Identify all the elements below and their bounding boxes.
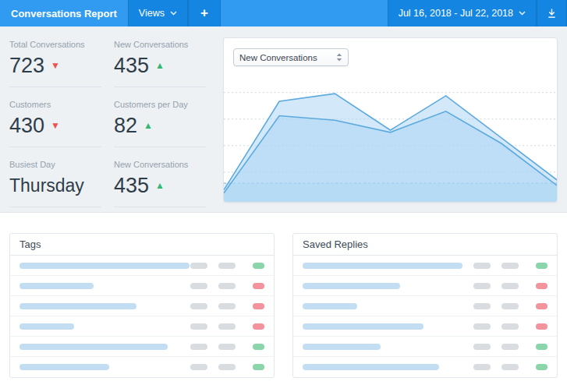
add-view-button[interactable]: + bbox=[188, 0, 221, 26]
trend-down-icon: ▼ bbox=[51, 121, 60, 130]
skeleton-count-pill bbox=[473, 364, 491, 370]
skeleton-count-pill bbox=[190, 344, 207, 350]
status-pill bbox=[253, 263, 264, 269]
stat-label: Busiest Day bbox=[9, 160, 101, 169]
trend-up-icon: ▲ bbox=[155, 61, 165, 70]
select-arrows-icon bbox=[336, 53, 342, 62]
skeleton-text-bar bbox=[19, 344, 168, 350]
report-overview: Total Conversations723▼New Conversations… bbox=[0, 26, 567, 212]
skeleton-count-pill bbox=[218, 344, 236, 350]
stat-card: New Conversations435▲ bbox=[114, 37, 206, 87]
list-item[interactable] bbox=[10, 337, 274, 357]
page-title: Conversations Report bbox=[0, 0, 128, 26]
saved-replies-panel: Saved Replies bbox=[292, 233, 558, 378]
metric-select[interactable]: New Conversations bbox=[233, 48, 349, 66]
stat-card: New Conversations435▲ bbox=[114, 147, 206, 207]
stat-value: Thursday bbox=[9, 174, 101, 197]
stat-value: 723▼ bbox=[9, 54, 101, 77]
top-bar-right: Jul 16, 2018 - Jul 22, 2018 bbox=[388, 0, 567, 26]
status-pill bbox=[253, 303, 264, 309]
skeleton-count-pill bbox=[473, 303, 491, 309]
skeleton-text-bar bbox=[19, 303, 136, 309]
list-item[interactable] bbox=[293, 256, 557, 276]
skeleton-count-pill bbox=[473, 344, 491, 350]
skeleton-count-pill bbox=[218, 283, 236, 289]
status-pill bbox=[536, 303, 548, 309]
stat-label: Customers bbox=[9, 100, 101, 109]
skeleton-text-bar bbox=[303, 303, 357, 309]
stat-value: 430▼ bbox=[9, 114, 101, 137]
skeleton-count-pill bbox=[473, 283, 491, 289]
skeleton-text-bar bbox=[19, 283, 94, 289]
list-item[interactable] bbox=[293, 276, 557, 296]
chevron-down-icon bbox=[519, 11, 526, 16]
plus-icon: + bbox=[200, 5, 208, 21]
tags-panel-title: Tags bbox=[10, 234, 274, 256]
skeleton-count-pill bbox=[218, 364, 236, 370]
download-button[interactable] bbox=[537, 0, 567, 26]
list-item[interactable] bbox=[293, 296, 557, 316]
saved-replies-list bbox=[293, 256, 557, 377]
stat-label: New Conversations bbox=[114, 160, 206, 169]
stat-card: Customers per Day82▲ bbox=[114, 87, 206, 147]
list-item[interactable] bbox=[293, 337, 557, 357]
skeleton-count-pill bbox=[501, 263, 519, 269]
stat-card: Customers430▼ bbox=[9, 87, 101, 147]
list-item[interactable] bbox=[293, 316, 557, 337]
status-pill bbox=[536, 344, 548, 350]
top-bar-left: Conversations Report Views + bbox=[0, 0, 221, 26]
tags-panel: Tags bbox=[9, 233, 275, 378]
skeleton-count-pill bbox=[501, 303, 519, 309]
list-item[interactable] bbox=[10, 256, 274, 276]
skeleton-count-pill bbox=[473, 323, 491, 330]
list-item[interactable] bbox=[293, 357, 557, 377]
skeleton-count-pill bbox=[501, 344, 519, 350]
skeleton-count-pill bbox=[190, 303, 207, 309]
status-pill bbox=[253, 344, 264, 350]
download-icon bbox=[547, 8, 557, 19]
status-pill bbox=[253, 283, 264, 289]
stats-grid: Total Conversations723▼New Conversations… bbox=[9, 37, 206, 203]
date-range-button[interactable]: Jul 16, 2018 - Jul 22, 2018 bbox=[388, 0, 537, 26]
skeleton-text-bar bbox=[19, 323, 74, 330]
skeleton-count-pill bbox=[190, 283, 207, 289]
skeleton-text-bar bbox=[303, 344, 381, 350]
stat-value: 435▲ bbox=[114, 174, 206, 197]
skeleton-count-pill bbox=[190, 263, 207, 269]
top-bar: Conversations Report Views + Jul 16, 201… bbox=[0, 0, 567, 26]
skeleton-text-bar bbox=[303, 364, 439, 370]
skeleton-text-bar bbox=[19, 364, 109, 370]
skeleton-text-bar bbox=[303, 323, 423, 330]
status-pill bbox=[536, 283, 548, 289]
skeleton-text-bar bbox=[303, 263, 462, 269]
list-item[interactable] bbox=[10, 296, 274, 316]
status-pill bbox=[536, 364, 548, 370]
views-label: Views bbox=[139, 8, 165, 19]
trend-up-icon: ▲ bbox=[144, 121, 153, 130]
stat-label: New Conversations bbox=[114, 40, 206, 49]
skeleton-count-pill bbox=[501, 323, 519, 330]
skeleton-count-pill bbox=[501, 364, 519, 370]
skeleton-count-pill bbox=[218, 263, 236, 269]
list-item[interactable] bbox=[10, 357, 274, 377]
list-item[interactable] bbox=[10, 316, 274, 337]
date-range-label: Jul 16, 2018 - Jul 22, 2018 bbox=[399, 8, 513, 19]
trend-down-icon: ▼ bbox=[51, 61, 60, 70]
skeleton-count-pill bbox=[501, 283, 519, 289]
views-dropdown-button[interactable]: Views bbox=[128, 0, 188, 26]
bottom-panels: Tags Saved Replies bbox=[0, 212, 567, 392]
metric-select-value: New Conversations bbox=[239, 53, 317, 62]
list-item[interactable] bbox=[10, 276, 274, 296]
stat-card: Total Conversations723▼ bbox=[9, 37, 101, 87]
status-pill bbox=[536, 263, 548, 269]
skeleton-text-bar bbox=[19, 263, 190, 269]
status-pill bbox=[253, 364, 264, 370]
status-pill bbox=[536, 323, 548, 330]
stat-label: Customers per Day bbox=[114, 100, 206, 109]
status-pill bbox=[253, 323, 264, 330]
conversations-chart-svg bbox=[224, 80, 557, 202]
skeleton-count-pill bbox=[190, 323, 207, 330]
skeleton-count-pill bbox=[190, 364, 207, 370]
trend-up-icon: ▲ bbox=[155, 181, 165, 190]
saved-replies-panel-title: Saved Replies bbox=[293, 234, 557, 256]
